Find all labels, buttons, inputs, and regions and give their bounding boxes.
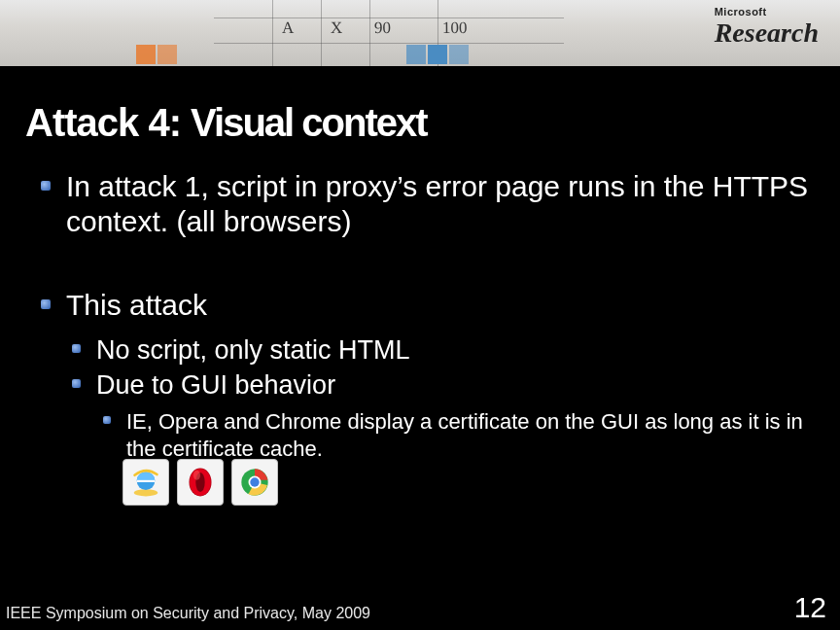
ie-icon [122,459,169,506]
brand-microsoft: Microsoft [715,6,819,18]
opera-icon [177,459,224,506]
bullet-icon [41,181,51,191]
brand-research: Research [715,18,819,49]
banner-orange-squares [136,45,209,66]
bullet-icon [72,344,81,353]
banner-whiteboard: A X 90 100 [214,0,564,66]
whiteboard-mark: X [331,18,342,38]
svg-point-9 [250,477,259,486]
svg-point-0 [134,489,158,496]
bullet-2-2-1: IE, Opera and Chrome display a certifica… [103,408,826,462]
bullet-1: In attack 1, script in proxy’s error pag… [41,169,824,239]
svg-rect-2 [137,480,156,482]
microsoft-research-logo: Microsoft Research [715,6,819,49]
bullet-2-1: No script, only static HTML [72,334,410,368]
bullet-icon [41,299,51,309]
slide-body: Attack 4: Visual context In attack 1, sc… [0,66,840,630]
svg-point-6 [193,471,200,480]
bullet-1-text: In attack 1, script in proxy’s error pag… [66,169,824,239]
bullet-2-text: This attack [66,288,207,323]
title-prefix: Attack 4: [25,101,191,144]
slide-title: Attack 4: Visual context [25,101,427,145]
title-keywords: Visual context [191,101,426,144]
banner: A X 90 100 Microsoft Research [0,0,840,66]
bullet-2: This attack [41,288,207,323]
footer-venue: IEEE Symposium on Security and Privacy, … [6,605,370,622]
whiteboard-mark: 90 [374,18,391,38]
banner-blue-squares [406,45,479,66]
bullet-2-2: Due to GUI behavior [72,369,335,402]
bullet-2-1-text: No script, only static HTML [96,334,410,368]
bullet-2-2-text: Due to GUI behavior [96,369,335,402]
whiteboard-mark: 100 [442,18,468,38]
page-number: 12 [794,591,826,624]
bullet-2-2-1-text: IE, Opera and Chrome display a certifica… [126,408,826,462]
browser-icons-row [122,459,278,506]
bullet-icon [72,379,81,388]
chrome-icon [231,459,278,506]
bullet-icon [103,416,111,424]
whiteboard-mark: A [282,18,294,38]
